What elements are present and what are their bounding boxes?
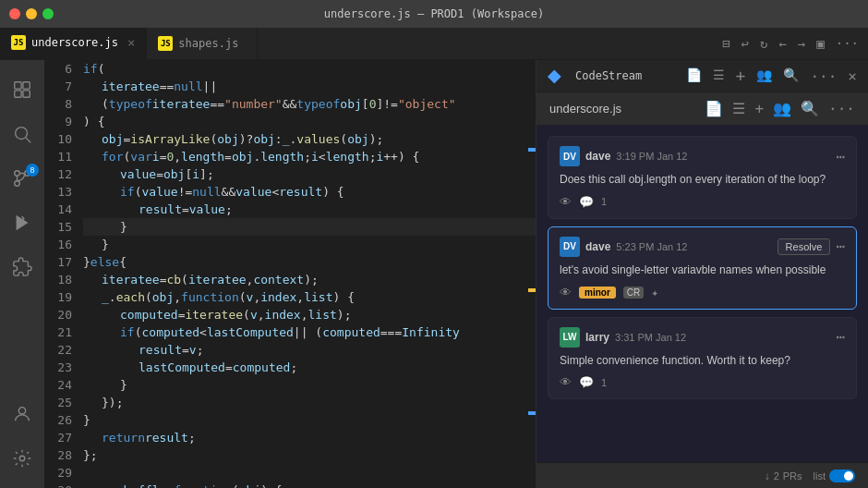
- activity-bar: 8: [0, 60, 44, 488]
- code-editor[interactable]: if ( iteratee == null || (typeof iterate…: [83, 60, 536, 488]
- codestream-logo: ◆: [548, 66, 561, 86]
- document-icon[interactable]: 📄: [705, 100, 723, 117]
- comment-menu-3[interactable]: ⋯: [836, 328, 845, 346]
- close-cs-button[interactable]: ×: [848, 67, 857, 85]
- activity-settings[interactable]: [0, 436, 44, 481]
- comment-menu-1[interactable]: ⋯: [836, 148, 845, 165]
- minimize-window-button[interactable]: [26, 8, 37, 19]
- comment-username-1: dave: [585, 150, 610, 163]
- search-file-icon[interactable]: 🔍: [801, 100, 819, 117]
- tab-shapes-js[interactable]: JS shapes.js: [147, 28, 258, 59]
- resolve-button-2[interactable]: Resolve: [778, 238, 831, 255]
- code-line-13: if (value != null && value < result) {: [83, 183, 536, 201]
- svg-point-6: [15, 171, 20, 177]
- comment-card-2[interactable]: DV dave 5:23 PM Jan 12 Resolve ⋯ let's a…: [548, 226, 857, 310]
- code-area[interactable]: 6 7 8 9 10 11 12 13 14 15 16 17 18 19 20…: [44, 60, 536, 488]
- codestream-header-actions: 📄 ☰ + 👥 🔍 ··· ×: [686, 67, 857, 85]
- comment-user-info-2: DV dave 5:23 PM Jan 12: [560, 237, 687, 257]
- split-editor-icon[interactable]: ⊟: [722, 36, 729, 51]
- code-line-9: ) {: [83, 113, 536, 130]
- people-icon[interactable]: 👥: [756, 67, 772, 85]
- comment-user-info-3: LW larry 3:31 PM Jan 12: [560, 327, 686, 348]
- activity-extensions[interactable]: [0, 245, 44, 289]
- code-line-12: value = obj[i];: [83, 165, 536, 183]
- comment-card-3[interactable]: LW larry 3:31 PM Jan 12 ⋯ Simple conveni…: [548, 317, 857, 400]
- pr-status: ↓ 2 PRs: [765, 470, 802, 482]
- svg-point-12: [19, 456, 25, 461]
- avatar-dave-1: DV: [560, 146, 580, 166]
- code-line-21: if (computed < lastComputed || (computed…: [83, 323, 536, 341]
- comment-username-2: dave: [585, 240, 610, 253]
- nav-forward-icon[interactable]: →: [798, 36, 805, 51]
- tab-close-button[interactable]: ×: [127, 36, 135, 49]
- codestream-header: ◆ CodeStream 📄 ☰ + 👥 🔍 ··· ×: [536, 60, 868, 92]
- code-line-11: for (var i = 0, length = obj.length; i <…: [83, 148, 536, 165]
- code-line-10: obj = isArrayLike(obj) ? obj : _.values(…: [83, 130, 536, 148]
- comment-user-info-1: DV dave 3:19 PM Jan 12: [560, 146, 687, 166]
- svg-line-5: [26, 138, 30, 142]
- nav-back-icon[interactable]: ←: [778, 36, 786, 51]
- comment-header-1: DV dave 3:19 PM Jan 12 ⋯: [560, 146, 845, 166]
- forward-icon-circle[interactable]: ↻: [760, 36, 767, 51]
- activity-search[interactable]: [0, 112, 44, 156]
- list-status[interactable]: list: [814, 470, 855, 482]
- add-icon[interactable]: +: [736, 67, 746, 85]
- cs-file-actions: 📄 ☰ + 👥 🔍 ···: [705, 100, 855, 117]
- list-label: list: [814, 470, 826, 482]
- star-icon-2: ✦: [651, 286, 658, 299]
- codestream-panel: ◆ CodeStream 📄 ☰ + 👥 🔍 ··· × underscore.…: [536, 60, 868, 488]
- title-bar: underscore.js — PROD1 (Workspace): [0, 0, 868, 28]
- more-icon[interactable]: ···: [836, 36, 859, 51]
- eye-icon-2: 👁: [560, 286, 572, 299]
- comment-card-1[interactable]: DV dave 3:19 PM Jan 12 ⋯ Does this call …: [548, 136, 857, 219]
- close-window-button[interactable]: [9, 8, 20, 19]
- cs-filename: underscore.js: [549, 102, 621, 116]
- activity-source-control[interactable]: 8: [0, 156, 44, 201]
- search-cs-icon[interactable]: 🔍: [783, 67, 799, 85]
- more-file-icon[interactable]: ···: [828, 100, 855, 117]
- chat-icon-3: 💬: [579, 375, 594, 389]
- add-comment-icon[interactable]: +: [754, 100, 764, 117]
- code-line-15: }: [83, 218, 536, 236]
- activity-explorer[interactable]: [0, 67, 44, 112]
- comment-footer-1: 👁 💬 1: [560, 195, 845, 209]
- code-line-8: (typeof iteratee == "number" && typeof o…: [83, 95, 536, 113]
- tab-underscore-js[interactable]: JS underscore.js ×: [0, 28, 147, 59]
- svg-point-8: [15, 181, 20, 187]
- code-line-19: ! _.each(obj, function(v, index, list) {: [83, 288, 536, 306]
- title-bar-left: [9, 8, 54, 19]
- list-icon[interactable]: ☰: [732, 100, 745, 117]
- code-line-20: computed = iteratee(v, index, list);: [83, 306, 536, 323]
- comment-time-1: 3:19 PM Jan 12: [616, 151, 687, 162]
- list-toggle[interactable]: [829, 470, 855, 482]
- list-view-icon[interactable]: ☰: [713, 67, 725, 85]
- tab-bar: JS underscore.js × JS shapes.js ⊟ ↩ ↻ ← …: [0, 28, 868, 60]
- chat-icon-1: 💬: [579, 195, 594, 209]
- tag-icon-2: CR: [623, 287, 644, 299]
- minimap: [528, 60, 536, 488]
- more-cs-icon[interactable]: ···: [810, 67, 837, 85]
- comment-time-3: 3:31 PM Jan 12: [615, 332, 686, 343]
- down-arrow-icon: ↓: [765, 470, 770, 482]
- svg-rect-3: [23, 91, 30, 97]
- activity-accounts[interactable]: [0, 392, 44, 436]
- svg-point-11: [18, 408, 25, 414]
- reply-count-1: 1: [601, 196, 607, 207]
- code-line-25: });: [83, 394, 536, 411]
- back-icon[interactable]: ↩: [741, 36, 749, 51]
- new-comment-icon[interactable]: 📄: [686, 67, 702, 85]
- team-icon[interactable]: 👥: [773, 100, 791, 117]
- code-line-14: result = value;: [83, 201, 536, 218]
- layout-icon[interactable]: ▣: [816, 36, 824, 51]
- svg-rect-2: [15, 91, 21, 97]
- comment-footer-3: 👁 💬 1: [560, 375, 845, 389]
- comment-username-3: larry: [585, 331, 609, 344]
- maximize-window-button[interactable]: [42, 8, 54, 19]
- activity-run[interactable]: [0, 201, 44, 245]
- reply-count-3: 1: [601, 377, 607, 388]
- codestream-tab[interactable]: CodeStream: [568, 66, 649, 86]
- code-line-24: }: [83, 376, 536, 394]
- comment-menu-2[interactable]: ⋯: [836, 238, 845, 255]
- comment-actions-2: Resolve ⋯: [778, 238, 845, 255]
- comment-time-2: 5:23 PM Jan 12: [616, 241, 687, 252]
